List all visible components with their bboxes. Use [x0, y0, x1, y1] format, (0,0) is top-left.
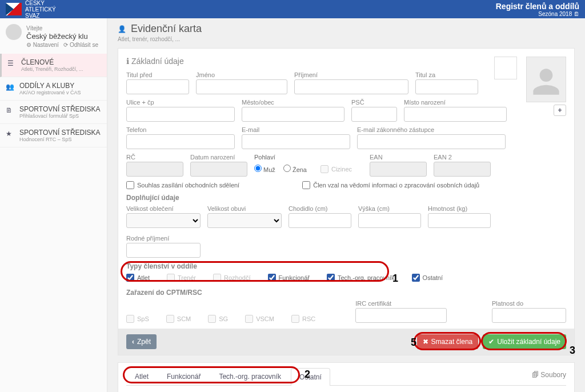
cloth-select[interactable]	[126, 213, 201, 228]
label-email: E-mail	[242, 126, 350, 133]
type-tech-label: Tech.-org. pracovník	[338, 274, 395, 281]
valid-input[interactable]	[492, 308, 566, 323]
page-title: Evidenční karta	[131, 23, 202, 35]
consent-gdpr-check[interactable]	[302, 181, 310, 189]
avatar-icon	[6, 24, 22, 40]
type-tech-check[interactable]	[327, 274, 335, 282]
maiden-input[interactable]	[126, 243, 201, 258]
nav-centers-rating[interactable]: ★ SPORTOVNÍ STŘEDISKA Hodnocení RTC – Sp…	[0, 124, 107, 147]
type-official-label: Funkcionář	[279, 274, 310, 281]
consent-marketing-check[interactable]	[126, 181, 134, 189]
tab-bar: Atlet Funkcionář Tech.-org. pracovník Os…	[126, 367, 566, 386]
label-irc: IRC certifikát	[355, 300, 447, 307]
zip-input[interactable]	[351, 107, 397, 122]
label-firstname: Jméno	[196, 71, 287, 78]
type-other-check[interactable]	[412, 274, 420, 282]
nav-members-title: ČLENOVÉ	[21, 58, 101, 66]
add-photo-button[interactable]: +	[554, 105, 566, 116]
type-athlete-check[interactable]	[126, 274, 134, 282]
basic-heading: Základní údaje	[131, 57, 184, 66]
foreigner-label: Cizinec	[331, 166, 352, 173]
season-label[interactable]: Sezóna 2018 🗓	[496, 11, 579, 17]
type-other-label: Ostatní	[423, 274, 443, 281]
delete-member-button[interactable]: Smazat člena	[417, 334, 479, 349]
star-icon: ★	[6, 130, 14, 138]
nav-members[interactable]: ☰ ČLENOVÉ Atleti, Trenéři, Rozhodčí, ...	[0, 54, 107, 77]
delete-label: Smazat člena	[431, 338, 473, 346]
extra-heading: Doplňující údaje	[126, 194, 566, 202]
foot-input[interactable]	[289, 213, 351, 228]
label-street: Ulice + čp	[126, 99, 235, 106]
photo-placeholder	[526, 57, 566, 102]
type-referee-check	[213, 274, 221, 282]
members-icon: ☰	[7, 59, 15, 67]
type-coach-label: Trenér	[178, 274, 196, 281]
email-input[interactable]	[242, 134, 350, 149]
label-title-before: Titul před	[126, 71, 189, 78]
x-icon	[423, 338, 428, 346]
sex-female-radio[interactable]	[283, 165, 291, 172]
label-surname: Příjmení	[294, 71, 408, 78]
phone-input[interactable]	[126, 134, 235, 149]
guardian-email-input[interactable]	[357, 134, 506, 149]
birthplace-input[interactable]	[404, 107, 507, 122]
annotation-num-2: 2	[304, 369, 310, 381]
annotation-num-1: 1	[392, 273, 398, 285]
tab-other[interactable]: Ostatní	[291, 368, 330, 386]
type-athlete-label: Atlet	[137, 274, 150, 281]
birthdate-input[interactable]	[190, 162, 247, 177]
ean-input[interactable]	[370, 162, 427, 177]
back-button[interactable]: Zpět	[126, 334, 157, 349]
cptm-sg-label: SG	[219, 315, 228, 322]
label-sex: Pohlaví	[254, 154, 355, 161]
welcome-label: Vítejte	[26, 25, 42, 31]
nav-clubs-title: ODDÍLY A KLUBY	[19, 82, 101, 90]
person-icon: 👤	[118, 25, 126, 33]
app-title: Registr členů a oddílů	[496, 2, 579, 11]
cptm-heading: Zařazení do CPTM/RSC	[126, 289, 566, 297]
label-maiden: Rodné příjmení	[126, 235, 201, 242]
title-before-input[interactable]	[126, 79, 189, 94]
org-line2: ATLETICKÝ	[25, 6, 56, 13]
save-basic-button[interactable]: Uložit základní údaje	[483, 334, 566, 349]
tab-tech[interactable]: Tech.-org. pracovník	[210, 367, 290, 385]
annotation-num-5: 5	[411, 337, 416, 349]
info-icon	[126, 57, 129, 66]
firstname-input[interactable]	[196, 79, 287, 94]
cptm-rsc-check	[291, 315, 299, 323]
label-foot: Chodidlo (cm)	[289, 205, 351, 212]
cz-flag-icon	[6, 3, 22, 15]
org-line1: ČESKÝ	[25, 0, 56, 6]
tab-athlete[interactable]: Atlet	[126, 367, 157, 385]
nav-centers1-sub: Přihlašovací formulář SpS	[19, 113, 101, 119]
irc-input[interactable]	[355, 308, 447, 323]
photo-box: +	[514, 57, 566, 116]
nav-clubs-sub: AK/AO registrované v ČAS	[19, 90, 101, 95]
label-ean2: EAN 2	[434, 154, 491, 161]
label-zip: PSČ	[351, 99, 397, 106]
sex-male-radio[interactable]	[254, 165, 262, 172]
foreigner-check	[320, 165, 328, 173]
ean2-input[interactable]	[434, 162, 491, 177]
logout-link[interactable]: Odhlásit se	[70, 42, 98, 48]
nav-clubs[interactable]: 👥 ODDÍLY A KLUBY AK/AO registrované v ČA…	[0, 77, 107, 101]
nav-members-sub: Atleti, Trenéři, Rozhodčí, ...	[21, 66, 101, 72]
rc-input[interactable]	[126, 162, 183, 177]
street-input[interactable]	[126, 107, 235, 122]
height-input[interactable]	[358, 213, 421, 228]
title-after-input[interactable]	[415, 79, 478, 94]
doc-icon: 🗎	[6, 106, 14, 114]
nav-centers2-title: SPORTOVNÍ STŘEDISKA	[19, 129, 101, 137]
type-official-check[interactable]	[268, 274, 276, 282]
files-link[interactable]: 🗐 Soubory	[532, 371, 566, 379]
city-input[interactable]	[242, 107, 344, 122]
weight-input[interactable]	[428, 213, 491, 228]
nav-centers-form[interactable]: 🗎 SPORTOVNÍ STŘEDISKA Přihlašovací formu…	[0, 101, 107, 124]
files-label: Soubory	[540, 371, 566, 379]
tab-official[interactable]: Funkcionář	[158, 367, 209, 385]
settings-link[interactable]: Nastavení	[33, 42, 59, 48]
main-content: 👤 Evidenční karta Atlet, trenér, rozhodč…	[107, 18, 585, 392]
shoe-select[interactable]	[207, 213, 282, 228]
surname-input[interactable]	[294, 79, 408, 94]
cptm-vscm-label: VSCM	[256, 315, 274, 322]
